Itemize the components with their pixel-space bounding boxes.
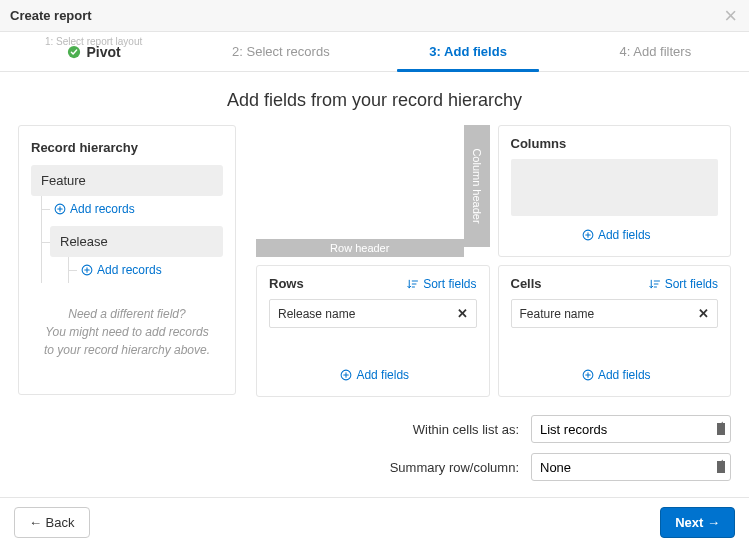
rows-zone: Rows Sort fields Release name ✕ Add fiel… <box>256 265 490 397</box>
zone-options: Within cells list as: List records ▴▾ Su… <box>0 397 749 481</box>
column-header-label: Column header <box>464 125 490 247</box>
cells-add-fields[interactable]: Add fields <box>511 362 719 388</box>
cells-chip-feature-name[interactable]: Feature name ✕ <box>511 299 719 328</box>
plus-circle-icon <box>582 229 594 241</box>
hierarchy-hint: Need a different field? You might need t… <box>31 305 223 359</box>
modal-title: Create report <box>10 8 92 23</box>
plus-circle-icon <box>340 369 352 381</box>
rows-add-fields[interactable]: Add fields <box>269 362 477 388</box>
step-1[interactable]: 1: Select report layout Pivot <box>0 32 187 71</box>
remove-icon[interactable]: ✕ <box>698 306 709 321</box>
record-hierarchy-panel: Record hierarchy Feature Add records Rel… <box>18 125 236 395</box>
preview-grid-headers: Column header Row header <box>256 125 490 257</box>
summary-select[interactable]: None <box>531 453 731 481</box>
remove-icon[interactable]: ✕ <box>457 306 468 321</box>
modal-header: Create report × <box>0 0 749 32</box>
plus-circle-icon <box>81 264 93 276</box>
wizard-steps: 1: Select report layout Pivot 2: Select … <box>0 32 749 72</box>
close-icon[interactable]: × <box>720 5 741 27</box>
step-4[interactable]: 4: Add filters <box>562 32 749 71</box>
hierarchy-item-feature[interactable]: Feature <box>31 165 223 196</box>
columns-add-fields[interactable]: Add fields <box>511 222 719 248</box>
step-3[interactable]: 3: Add fields <box>375 32 562 71</box>
page-title: Add fields from your record hierarchy <box>0 72 749 125</box>
back-button[interactable]: ← Back <box>14 507 90 538</box>
cells-zone: Cells Sort fields Feature name ✕ Add fie… <box>498 265 732 397</box>
columns-zone: Columns Add fields <box>498 125 732 257</box>
cells-title: Cells <box>511 276 542 291</box>
step-2[interactable]: 2: Select records <box>187 32 374 71</box>
sort-icon <box>407 278 419 290</box>
summary-label: Summary row/column: <box>390 460 519 475</box>
next-button[interactable]: Next → <box>660 507 735 538</box>
columns-title: Columns <box>511 136 567 151</box>
row-header-label: Row header <box>256 239 464 257</box>
step-1-sublabel: 1: Select report layout <box>45 36 142 47</box>
add-records-link-2[interactable]: Add records <box>77 257 162 283</box>
wizard-footer: ← Back Next → <box>0 497 749 547</box>
add-records-link-1[interactable]: Add records <box>50 196 135 222</box>
within-cells-select[interactable]: List records <box>531 415 731 443</box>
sort-icon <box>649 278 661 290</box>
fields-layout-grid: Column header Row header Columns Add fie… <box>256 125 731 397</box>
rows-chip-release-name[interactable]: Release name ✕ <box>269 299 477 328</box>
columns-dropzone[interactable] <box>511 159 719 216</box>
cells-sort-fields[interactable]: Sort fields <box>649 277 718 291</box>
plus-circle-icon <box>54 203 66 215</box>
rows-sort-fields[interactable]: Sort fields <box>407 277 476 291</box>
within-cells-label: Within cells list as: <box>413 422 519 437</box>
hierarchy-item-release[interactable]: Release <box>50 226 223 257</box>
plus-circle-icon <box>582 369 594 381</box>
rows-title: Rows <box>269 276 304 291</box>
record-hierarchy-heading: Record hierarchy <box>31 140 223 155</box>
